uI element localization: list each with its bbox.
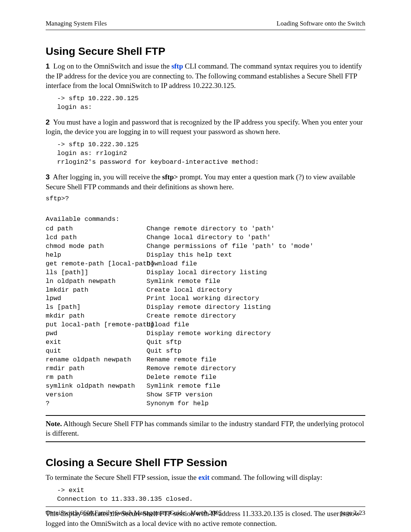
code-block-2: -> sftp 10.222.30.125 login as: rrlogin2… [57, 141, 365, 167]
section-title-closing-sftp: Closing a Secure Shell FTP Session [46, 457, 365, 469]
closing-p1-a: To terminate the Secure Shell FTP sessio… [46, 473, 198, 481]
command-row: ls [path]Display remote directory listin… [46, 303, 365, 312]
command-name: ls [path] [46, 303, 147, 312]
command-name: pwd [46, 329, 147, 338]
command-name: put local-path [remote-path] [46, 321, 147, 329]
code-block-3-blank [46, 205, 365, 214]
command-description: Print local working directory [147, 294, 259, 303]
command-description: Delete remote file [147, 373, 217, 382]
command-name: ? [46, 399, 147, 408]
command-row: ?Synonym for help [46, 399, 365, 408]
command-name: mkdir path [46, 312, 147, 321]
command-description: Display remote directory listing [147, 303, 271, 312]
command-row: versionShow SFTP version [46, 391, 365, 399]
command-name: rmdir path [46, 364, 147, 373]
command-name: lmkdir path [46, 286, 147, 295]
section-title-using-sftp: Using Secure Shell FTP [46, 45, 365, 58]
command-description: Download file [147, 260, 197, 268]
note-label: Note. [46, 420, 62, 428]
code-block-1: -> sftp 10.222.30.125 login as: [57, 94, 365, 112]
footer-date: March 2005 [190, 509, 222, 516]
command-row: symlink oldpath newpathSymlink remote fi… [46, 382, 365, 391]
command-row: cd pathChange remote directory to 'path' [46, 225, 365, 233]
command-row: rename oldpath newpathRename remote file [46, 356, 365, 364]
header-left: Managing System Files [46, 20, 107, 27]
sftp-commands-table: cd pathChange remote directory to 'path'… [46, 225, 365, 408]
command-description: Quit sftp [147, 347, 182, 356]
command-name: exit [46, 338, 147, 347]
code-block-3-available: Available commands: [46, 215, 365, 224]
command-description: Display local directory listing [147, 268, 267, 277]
step-1-number: 1 [46, 62, 50, 70]
command-name: ln oldpath newpath [46, 277, 147, 286]
note-paragraph: Note. Although Secure Shell FTP has comm… [46, 419, 365, 438]
command-description: Create remote directory [147, 312, 236, 321]
command-row: put local-path [remote-path]Upload file [46, 321, 365, 329]
sftp-prompt-bold: sftp> [162, 173, 178, 181]
command-row: exitQuit sftp [46, 338, 365, 347]
command-row: lmkdir pathCreate local directory [46, 286, 365, 295]
command-name: lcd path [46, 233, 147, 242]
command-name: quit [46, 347, 147, 356]
step-1-text-a: Log on to the OmniSwitch and issue the [53, 62, 171, 70]
command-name: version [46, 391, 147, 399]
command-row: lpwdPrint local working directory [46, 294, 365, 303]
page-footer: OmniSwitch 6600 Family Switch Management… [46, 506, 365, 517]
command-row: lls [path]]Display local directory listi… [46, 268, 365, 277]
command-description: Upload file [147, 321, 189, 329]
footer-guide: OmniSwitch 6600 Family Switch Management… [46, 509, 185, 516]
note-block: Note. Although Secure Shell FTP has comm… [46, 415, 365, 442]
step-3-text-a: After logging in, you will receive the [53, 173, 162, 181]
command-row: quitQuit sftp [46, 347, 365, 356]
command-description: Create local directory [147, 286, 232, 295]
command-description: Rename remote file [147, 356, 217, 364]
command-row: rmdir pathRemove remote directory [46, 364, 365, 373]
command-row: mkdir pathCreate remote directory [46, 312, 365, 321]
command-name: rename oldpath newpath [46, 356, 147, 364]
command-name: get remote-path [local-path] [46, 260, 147, 268]
command-name: symlink oldpath newpath [46, 382, 147, 391]
step-2-paragraph: 2 You must have a login and password tha… [46, 117, 365, 137]
command-row: pwdDisplay remote working directory [46, 329, 365, 338]
header-right: Loading Software onto the Switch [277, 20, 365, 27]
command-description: Remove remote directory [147, 364, 236, 373]
footer-page-number: page 2-23 [339, 509, 365, 517]
command-name: rm path [46, 373, 147, 382]
command-name: help [46, 251, 147, 260]
command-name: chmod mode path [46, 242, 147, 251]
command-name: cd path [46, 225, 147, 233]
command-row: lcd pathChange local directory to 'path' [46, 233, 365, 242]
command-description: Change local directory to 'path' [147, 233, 271, 242]
closing-p1-b: command. The following will display: [210, 473, 322, 481]
closing-paragraph-1: To terminate the Secure Shell FTP sessio… [46, 473, 365, 482]
step-3-paragraph: 3 After logging in, you will receive the… [46, 172, 365, 192]
command-description: Display this help text [147, 251, 232, 260]
command-description: Symlink remote file [147, 277, 220, 286]
code-block-3-header: sftp>? [46, 195, 365, 203]
command-row: get remote-path [local-path]Download fil… [46, 260, 365, 268]
command-row: helpDisplay this help text [46, 251, 365, 260]
step-2-text: You must have a login and password that … [46, 118, 363, 136]
running-header: Managing System Files Loading Software o… [46, 20, 365, 30]
command-name: lls [path]] [46, 268, 147, 277]
step-2-number: 2 [46, 118, 50, 126]
command-description: Symlink remote file [147, 382, 220, 391]
code-block-exit: -> exit Connection to 11.333.30.135 clos… [57, 486, 365, 504]
exit-link[interactable]: exit [198, 473, 210, 481]
step-3-number: 3 [46, 173, 50, 181]
footer-left: OmniSwitch 6600 Family Switch Management… [46, 509, 222, 517]
command-description: Quit sftp [147, 338, 182, 347]
command-name: lpwd [46, 294, 147, 303]
command-description: Change permissions of file 'path' to 'mo… [147, 242, 314, 251]
sftp-link[interactable]: sftp [171, 62, 183, 70]
command-description: Synonym for help [147, 399, 209, 408]
step-1-paragraph: 1 Log on to the OmniSwitch and issue the… [46, 61, 365, 91]
command-description: Show SFTP version [147, 391, 212, 399]
command-description: Display remote working directory [147, 329, 271, 338]
command-row: ln oldpath newpathSymlink remote file [46, 277, 365, 286]
page: Managing System Files Loading Software o… [0, 0, 411, 532]
command-row: rm pathDelete remote file [46, 373, 365, 382]
note-text: Although Secure Shell FTP has commands s… [46, 420, 364, 438]
command-row: chmod mode pathChange permissions of fil… [46, 242, 365, 251]
command-description: Change remote directory to 'path' [147, 225, 275, 233]
